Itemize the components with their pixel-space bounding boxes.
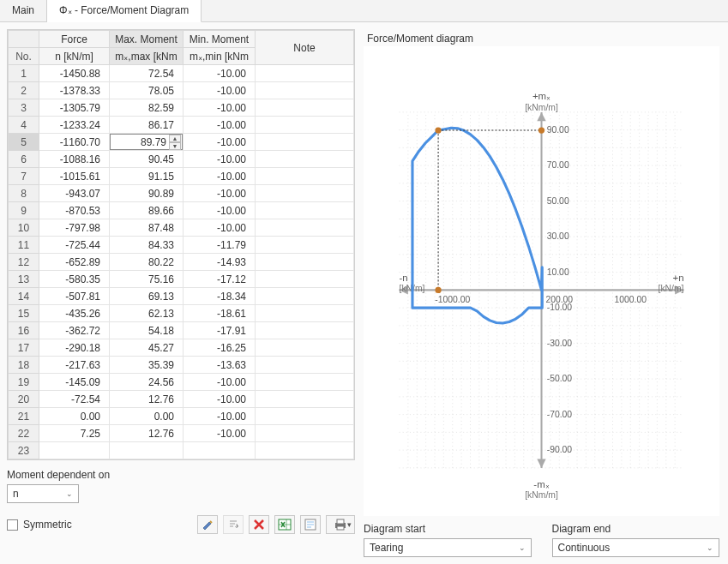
document-icon: [304, 519, 317, 531]
svg-text:-30.00: -30.00: [547, 339, 573, 348]
symmetric-checkbox[interactable]: Symmetric: [7, 519, 72, 531]
sort-button[interactable]: [223, 515, 244, 534]
svg-text:-50.00: -50.00: [547, 374, 573, 383]
table-row[interactable]: 12-652.8980.22-14.93: [9, 254, 354, 271]
data-table[interactable]: ForceMax. MomentMin. MomentNoteNo.n [kN/…: [7, 29, 355, 460]
svg-point-91: [435, 287, 441, 293]
tab-strip: Main Φₓ - Force/Moment Diagram: [0, 0, 728, 22]
force-moment-chart: 90.0070.0050.0030.0010.00-10.00-30.00-50…: [364, 46, 719, 516]
table-row[interactable]: 1-1450.8872.54-10.00: [9, 65, 354, 82]
diagram-end-select[interactable]: Continuous ⌄: [552, 538, 720, 557]
svg-rect-7: [337, 526, 344, 530]
svg-text:-90.00: -90.00: [547, 445, 573, 454]
table-row[interactable]: 8-943.0790.89-10.00: [9, 185, 354, 202]
edit-button[interactable]: [197, 515, 218, 534]
tab-diagram[interactable]: Φₓ - Force/Moment Diagram: [47, 0, 202, 22]
table-row[interactable]: 19-145.0924.56-10.00: [9, 374, 354, 391]
table-row[interactable]: 2-1378.3378.05-10.00: [9, 82, 354, 99]
svg-marker-64: [537, 112, 545, 121]
svg-text:[kNm/m]: [kNm/m]: [525, 103, 558, 112]
svg-rect-2: [307, 521, 314, 523]
moment-dependent-select[interactable]: n ⌄: [7, 484, 79, 503]
svg-text:-n: -n: [400, 273, 408, 283]
table-row[interactable]: 3-1305.7982.59-10.00: [9, 99, 354, 117]
chevron-down-icon: ⌄: [66, 489, 73, 498]
chevron-down-icon: ⌄: [707, 543, 713, 552]
svg-rect-4: [307, 526, 311, 528]
diagram-end-label: Diagram end: [552, 523, 720, 535]
table-row[interactable]: 18-217.6335.39-13.63: [9, 357, 354, 374]
sort-icon: [227, 519, 239, 531]
svg-rect-3: [307, 524, 314, 525]
edit-icon: [202, 519, 214, 531]
print-preview-button[interactable]: [300, 515, 321, 534]
diagram-start-value: Tearing: [370, 542, 403, 554]
svg-text:-70.00: -70.00: [547, 410, 573, 419]
svg-text:90.00: 90.00: [547, 125, 569, 135]
diagram-start-label: Diagram start: [364, 523, 532, 535]
moment-dependent-label: Moment dependent on: [7, 469, 355, 481]
svg-point-90: [538, 127, 544, 133]
table-row[interactable]: 14-507.8169.13-18.34: [9, 288, 354, 305]
table-row[interactable]: 23: [9, 442, 354, 459]
table-row[interactable]: 9-870.5389.66-10.00: [9, 202, 354, 219]
table-row[interactable]: 5-1160.7089.79▲▼-10.00: [9, 134, 354, 151]
svg-text:1000.00: 1000.00: [615, 295, 647, 304]
moment-dependent-value: n: [13, 488, 19, 500]
cross-icon: [253, 519, 265, 531]
table-row[interactable]: 20-72.5412.76-10.00: [9, 391, 354, 408]
svg-marker-65: [537, 459, 545, 468]
table-row[interactable]: 16-362.7254.18-17.91: [9, 322, 354, 339]
table-row[interactable]: 17-290.1845.27-16.25: [9, 339, 354, 357]
checkbox-box-icon: [7, 519, 18, 531]
svg-text:[kNm/m]: [kNm/m]: [525, 490, 558, 500]
table-row[interactable]: 7-1015.6191.15-10.00: [9, 168, 354, 185]
svg-text:+n: +n: [672, 273, 683, 283]
svg-text:30.00: 30.00: [547, 231, 569, 241]
svg-text:10.00: 10.00: [547, 267, 569, 277]
excel-button[interactable]: [274, 515, 295, 534]
table-toolbar: [197, 515, 355, 534]
table-row[interactable]: 13-580.3575.16-17.12: [9, 271, 354, 288]
tab-main[interactable]: Main: [0, 0, 47, 21]
svg-text:[kN/m]: [kN/m]: [659, 284, 684, 293]
spin-down-icon[interactable]: ▼: [169, 142, 181, 150]
table-row[interactable]: 210.000.00-10.00: [9, 408, 354, 425]
diagram-start-select[interactable]: Tearing ⌄: [364, 538, 532, 557]
svg-point-89: [435, 127, 441, 133]
spin-up-icon[interactable]: ▲: [169, 135, 181, 142]
chart-title: Force/Moment diagram: [367, 33, 719, 45]
chevron-down-icon: ⌄: [519, 543, 526, 552]
table-row[interactable]: 4-1233.2486.17-10.00: [9, 117, 354, 134]
table-row[interactable]: 6-1088.1690.45-10.00: [9, 151, 354, 168]
svg-text:50.00: 50.00: [547, 196, 569, 206]
svg-text:-1000.00: -1000.00: [435, 295, 470, 304]
svg-text:200.00: 200.00: [545, 295, 573, 304]
svg-text:-mₓ: -mₓ: [533, 479, 549, 489]
print-button[interactable]: [326, 515, 355, 534]
svg-text:70.00: 70.00: [547, 160, 569, 170]
delete-button[interactable]: [249, 515, 269, 534]
excel-icon: [278, 519, 292, 531]
table-row[interactable]: 10-797.9887.48-10.00: [9, 219, 354, 237]
diagram-end-value: Continuous: [558, 542, 611, 554]
table-row[interactable]: 15-435.2662.13-18.61: [9, 305, 354, 322]
svg-text:+mₓ: +mₓ: [532, 91, 551, 101]
symmetric-label: Symmetric: [23, 519, 72, 531]
table-row[interactable]: 227.2512.76-10.00: [9, 425, 354, 442]
table-row[interactable]: 11-725.4484.33-11.79: [9, 237, 354, 254]
svg-rect-6: [337, 519, 344, 524]
printer-icon: [334, 519, 347, 531]
